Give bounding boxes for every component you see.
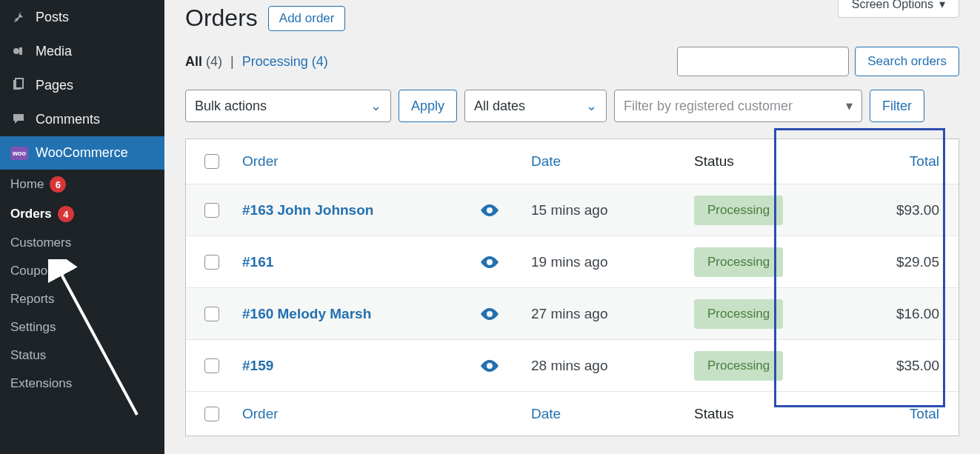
sidebar-sub-label: Customers	[10, 236, 71, 250]
status-badge: Processing	[694, 351, 783, 381]
sidebar-sub-home[interactable]: Home 6	[0, 170, 164, 199]
order-link[interactable]: #163 John Johnson	[242, 202, 373, 218]
status-badge: Processing	[694, 196, 783, 225]
select-all-checkbox[interactable]	[204, 154, 219, 169]
apply-button[interactable]: Apply	[399, 90, 457, 122]
row-checkbox[interactable]	[204, 307, 219, 321]
view-processing-count: (4)	[312, 54, 328, 69]
svg-rect-1	[19, 47, 22, 55]
sidebar-item-media[interactable]: Media	[0, 34, 164, 68]
filter-button[interactable]: Filter	[870, 90, 924, 122]
pages-icon	[10, 77, 27, 93]
comment-icon	[10, 111, 27, 127]
chevron-down-icon: ▾	[846, 98, 853, 114]
table-row: #160 Melody Marsh 27 mins ago Processing…	[186, 287, 959, 339]
customer-placeholder: Filter by registered customer	[624, 99, 793, 114]
sidebar-sub-label: Reports	[10, 292, 55, 307]
col-date[interactable]: Date	[527, 406, 690, 422]
preview-button[interactable]	[453, 308, 527, 320]
col-order[interactable]: Order	[238, 406, 453, 422]
admin-sidebar: Posts Media Pages Comments woo WooCommer…	[0, 0, 164, 454]
col-status: Status	[690, 153, 882, 170]
table-row: #161 19 mins ago Processing $29.05	[186, 236, 959, 287]
order-link[interactable]: #161	[242, 254, 273, 270]
view-sep: |	[230, 54, 234, 69]
select-all-checkbox[interactable]	[204, 407, 219, 421]
sidebar-sub-label: Coupons	[10, 264, 61, 278]
order-total: $29.05	[882, 254, 945, 270]
order-total: $35.00	[882, 358, 945, 374]
order-total: $93.00	[882, 202, 945, 218]
svg-rect-3	[16, 79, 23, 88]
chevron-down-icon: ⌄	[370, 98, 381, 114]
sidebar-item-woocommerce[interactable]: woo WooCommerce	[0, 136, 164, 170]
sidebar-label: Comments	[36, 112, 100, 127]
bulk-actions-select[interactable]: Bulk actions ⌄	[185, 90, 391, 122]
orders-table: Order Date Status Total #163 John Johnso…	[185, 138, 959, 436]
search-orders-input[interactable]	[677, 47, 849, 76]
row-checkbox[interactable]	[204, 255, 219, 270]
sidebar-item-posts[interactable]: Posts	[0, 0, 164, 34]
screen-options-label: Screen Options	[852, 0, 933, 11]
home-badge: 6	[50, 176, 66, 193]
sidebar-sub-label: Settings	[10, 320, 56, 335]
sidebar-sub-label: Extensions	[10, 376, 72, 391]
sidebar-sub-label: Status	[10, 348, 46, 363]
col-order[interactable]: Order	[238, 153, 453, 170]
bulk-actions-label: Bulk actions	[195, 99, 267, 114]
screen-options-tab[interactable]: Screen Options ▾	[838, 0, 959, 18]
status-badge: Processing	[694, 247, 783, 277]
add-order-button[interactable]: Add order	[268, 6, 346, 31]
preview-button[interactable]	[453, 204, 527, 216]
col-status: Status	[690, 406, 882, 422]
view-processing-link[interactable]: Processing	[242, 54, 308, 69]
svg-point-0	[13, 48, 19, 54]
row-checkbox[interactable]	[204, 203, 219, 218]
view-all-count: (4)	[206, 54, 222, 69]
chevron-down-icon: ⌄	[586, 98, 597, 114]
dates-label: All dates	[474, 99, 525, 114]
status-badge: Processing	[694, 299, 783, 329]
sidebar-sub-coupons[interactable]: Coupons	[0, 257, 164, 285]
customer-filter-combo[interactable]: Filter by registered customer ▾	[614, 90, 862, 122]
orders-badge: 4	[58, 206, 74, 222]
sidebar-sub-customers[interactable]: Customers	[0, 229, 164, 257]
sidebar-sub-reports[interactable]: Reports	[0, 285, 164, 313]
order-date: 15 mins ago	[527, 202, 690, 218]
sidebar-label: Pages	[36, 78, 73, 93]
page-title: Orders	[185, 4, 258, 32]
preview-button[interactable]	[453, 360, 527, 372]
search-orders-button[interactable]: Search orders	[855, 47, 959, 76]
table-row: #163 John Johnson 15 mins ago Processing…	[186, 184, 959, 236]
preview-button[interactable]	[453, 256, 527, 268]
sidebar-sub-extensions[interactable]: Extensions	[0, 370, 164, 398]
sidebar-sub-status[interactable]: Status	[0, 341, 164, 370]
sidebar-sub-orders[interactable]: Orders 4	[0, 199, 164, 229]
sidebar-label: WooCommerce	[36, 145, 128, 161]
col-total[interactable]: Total	[882, 406, 945, 422]
order-link[interactable]: #159	[242, 358, 273, 373]
dates-select[interactable]: All dates ⌄	[464, 90, 607, 122]
woocommerce-icon: woo	[10, 147, 28, 160]
sidebar-label: Media	[36, 44, 72, 59]
order-total: $16.00	[882, 306, 945, 322]
sidebar-label: Posts	[36, 10, 69, 25]
sidebar-sub-label: Home	[10, 177, 44, 192]
order-date: 28 mins ago	[527, 358, 690, 374]
sidebar-sub-label: Orders	[10, 207, 52, 221]
sidebar-sub-settings[interactable]: Settings	[0, 313, 164, 341]
table-header: Order Date Status Total	[186, 139, 959, 184]
sidebar-item-comments[interactable]: Comments	[0, 102, 164, 136]
order-date: 19 mins ago	[527, 254, 690, 270]
pin-icon	[10, 9, 27, 25]
filter-views: All (4) | Processing (4)	[185, 54, 328, 70]
col-date[interactable]: Date	[527, 153, 690, 170]
view-all-link[interactable]: All	[185, 54, 202, 69]
order-link[interactable]: #160 Melody Marsh	[242, 306, 371, 321]
row-checkbox[interactable]	[204, 358, 219, 373]
media-icon	[10, 43, 27, 59]
col-total[interactable]: Total	[882, 153, 945, 170]
sidebar-item-pages[interactable]: Pages	[0, 68, 164, 102]
order-date: 27 mins ago	[527, 306, 690, 322]
table-footer: Order Date Status Total	[186, 391, 959, 435]
